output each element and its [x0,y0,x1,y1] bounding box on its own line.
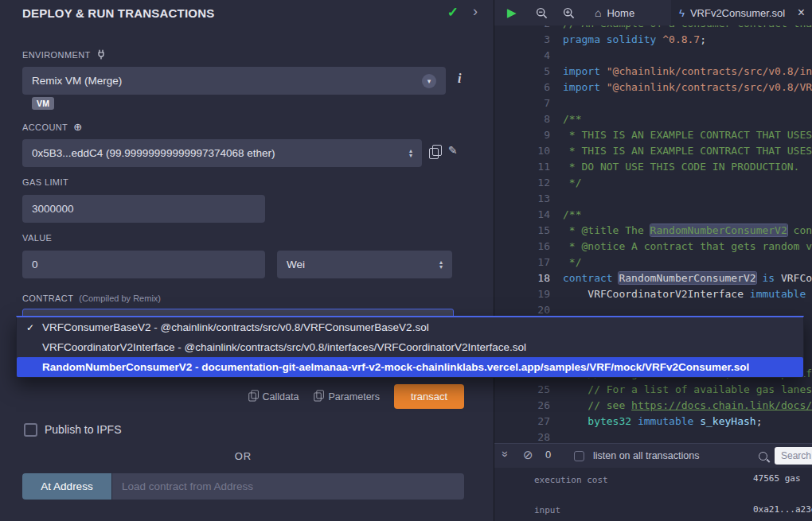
value-input[interactable] [22,251,265,278]
line-number: 17 [494,255,563,270]
run-script-icon[interactable] [507,6,517,20]
code-line[interactable]: 11 * DO NOT USE THIS CODE IN PRODUCTION. [494,159,812,175]
line-number: 13 [494,191,563,207]
line-number: 6 [494,80,563,95]
line-number: 18 [494,270,563,286]
contract-label: CONTRACT (Compiled by Remix) [22,294,161,303]
line-number: 26 [494,398,563,414]
terminal-search-input[interactable] [775,447,812,465]
copy-account-icon[interactable] [429,148,439,159]
environment-info-icon[interactable] [458,72,461,86]
environment-label: ENVIRONMENT [22,49,106,60]
code-line[interactable]: 17 */ [494,255,812,270]
plug-icon [96,49,106,60]
home-icon [595,6,601,19]
contract-option[interactable]: RandomNumberConsumerV2 - documentation-g… [17,357,803,377]
code-line[interactable]: 28 [494,430,812,443]
terminal-row: input0xa21...a23e [494,497,812,521]
value-unit-select[interactable]: Wei [277,251,452,278]
clear-console-icon[interactable] [523,448,533,462]
panel-expand-icon[interactable] [473,3,478,20]
listen-all-checkbox[interactable] [574,451,584,461]
code-line[interactable]: 7 [494,95,812,111]
contract-option[interactable]: VRFCoordinatorV2Interface - @chainlink/c… [17,337,803,357]
clipboard-icon [314,392,322,401]
publish-ipfs-checkbox[interactable] [24,423,37,437]
option-label: VRFCoordinatorV2Interface - @chainlink/c… [42,341,526,353]
contract-compiled-note: (Compiled by Remix) [79,294,161,303]
contract-option[interactable]: ✓VRFConsumerBaseV2 - @chainlink/contract… [17,317,803,337]
expand-terminal-icon[interactable] [499,451,512,457]
code-line[interactable]: 27 bytes32 immutable s_keyHash; [494,414,812,430]
or-divider: OR [22,450,464,462]
line-number: 28 [494,430,563,443]
code-line[interactable]: 5import "@chainlink/contracts/src/v0.8/i… [494,64,812,80]
code-line[interactable]: 3pragma solidity ^0.8.7; [494,32,812,48]
gas-limit-label: GAS LIMIT [22,177,68,187]
search-icon [759,452,767,461]
code-line[interactable]: 6import "@chainlink/contracts/src/v0.8/V… [494,80,812,95]
parameters-button[interactable]: Parameters [313,391,380,402]
zoom-out-icon[interactable] [536,7,548,19]
calldata-button[interactable]: Calldata [248,391,299,402]
close-tab-icon[interactable] [798,6,805,20]
listen-count-badge: 0 [545,449,551,461]
terminal-row: execution cost47565 gas [494,467,812,497]
code-line[interactable]: 25 // For a list of available gas lanes … [494,382,812,398]
line-number: 14 [494,207,563,223]
line-number: 12 [494,175,563,191]
terminal-row-key: execution cost [534,475,608,485]
zoom-in-icon[interactable] [563,7,575,19]
edit-account-icon[interactable] [448,144,458,157]
editor-tabbar: Home VRFv2Consumer.sol [494,0,812,25]
code-line[interactable]: 14/** [494,207,812,223]
terminal-row-value: 0xa21...a23e [753,504,812,515]
line-number: 27 [494,414,563,430]
contract-options-dropdown: ✓VRFConsumerBaseV2 - @chainlink/contract… [16,316,804,378]
deploy-run-panel: DEPLOY & RUN TRANSACTIONS ENVIRONMENT Re… [0,0,494,521]
line-number: 5 [494,64,563,80]
value-label: VALUE [22,233,52,243]
code-line[interactable]: 18contract RandomNumberConsumerV2 is VRF… [494,270,812,286]
line-number: 19 [494,286,563,302]
line-number: 10 [494,143,563,159]
code-line[interactable]: 8/** [494,111,812,127]
tab-file[interactable]: VRFv2Consumer.sol [671,0,812,25]
line-number: 11 [494,159,563,175]
line-number: 7 [494,95,563,111]
create-account-icon[interactable] [73,121,82,133]
environment-value: Remix VM (Merge) [32,75,122,87]
code-line[interactable]: 12 */ [494,175,812,191]
terminal-toolbar: 0 listen on all transactions [494,443,812,468]
transact-button[interactable]: transact [394,384,464,409]
terminal-row-value: 47565 gas [753,473,801,484]
code-line[interactable]: 15 * @title The RandomNumberConsumerV2 c… [494,223,812,239]
at-address-button[interactable]: At Address [22,473,111,500]
account-label: ACCOUNT [22,121,83,133]
code-line[interactable]: 4 [494,48,812,64]
code-editor-pane: 2// An example of a consumer contract th… [494,0,812,521]
option-check-icon: ✓ [26,322,42,333]
account-select[interactable]: 0x5B3...eddC4 (99.99999999999997374068 e… [22,139,422,167]
value-unit: Wei [287,259,305,270]
tab-home[interactable]: Home [584,0,646,25]
code-line[interactable]: 16 * @notice A contract that gets random… [494,239,812,255]
code-line[interactable]: 9 * THIS IS AN EXAMPLE CONTRACT THAT USE… [494,127,812,143]
remix-ide: DEPLOY & RUN TRANSACTIONS ENVIRONMENT Re… [0,0,812,521]
code-line[interactable]: 19 VRFCoordinatorV2Interface immutable C… [494,286,812,302]
deploy-actions: Calldata Parameters transact [248,384,464,409]
code-line[interactable]: 26 // see https://docs.chain.link/docs/v… [494,398,812,414]
at-address-input[interactable] [112,473,464,500]
chevron-down-icon [422,74,436,88]
solidity-file-icon [679,7,685,19]
listen-all-label: listen on all transactions [593,450,699,461]
line-number: 25 [494,382,563,398]
gas-limit-input[interactable] [22,195,265,223]
terminal-output: execution cost47565 gasinput0xa21...a23e [494,467,812,521]
account-value: 0x5B3...eddC4 (99.99999999999997374068 e… [32,147,275,159]
code-line[interactable]: 10 * THIS IS AN EXAMPLE CONTRACT THAT US… [494,143,812,159]
code-line[interactable]: 13 [494,191,812,207]
option-label: VRFConsumerBaseV2 - @chainlink/contracts… [42,321,429,333]
environment-select[interactable]: Remix VM (Merge) [22,67,446,95]
clipboard-icon [248,392,256,401]
